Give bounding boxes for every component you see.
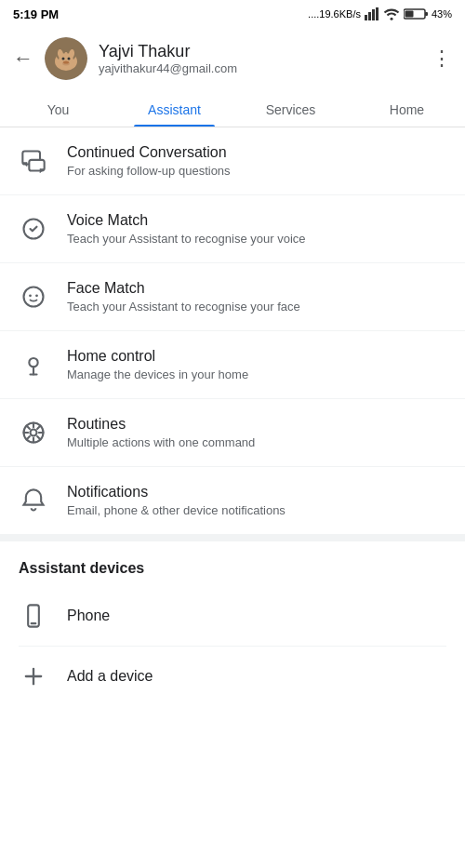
user-email: yajvithakur44@gmail.com [99, 61, 420, 75]
battery-icon [404, 7, 428, 20]
svg-point-22 [29, 294, 32, 297]
routines-title: Routines [67, 416, 446, 433]
voice-icon [19, 214, 48, 244]
routines-text: Routines Multiple actions with one comma… [67, 416, 446, 449]
network-speed: ....19.6KB/s [308, 8, 361, 20]
add-icon [19, 661, 48, 691]
voice-match-desc: Teach your Assistant to recognise your v… [67, 232, 446, 246]
tabs-bar: You Assistant Services Home [0, 89, 465, 127]
signal-icon [365, 7, 379, 20]
svg-rect-5 [425, 12, 428, 16]
svg-point-13 [59, 53, 73, 68]
svg-point-23 [35, 294, 38, 297]
home-control-title: Home control [67, 348, 446, 365]
settings-list: Continued Conversation For asking follow… [0, 127, 465, 534]
battery-percent: 43% [432, 8, 452, 20]
settings-item-face-match[interactable]: Face Match Teach your Assistant to recog… [0, 263, 465, 331]
more-options-button[interactable]: ⋮ [432, 47, 452, 71]
face-match-text: Face Match Teach your Assistant to recog… [67, 280, 446, 314]
settings-item-notifications[interactable]: Notifications Email, phone & other devic… [0, 467, 465, 534]
svg-line-33 [37, 426, 40, 429]
device-item-phone[interactable]: Phone [19, 586, 446, 647]
continued-conversation-text: Continued Conversation For asking follow… [67, 144, 446, 178]
settings-item-continued-conversation[interactable]: Continued Conversation For asking follow… [0, 127, 465, 195]
home-control-icon [19, 350, 48, 380]
voice-match-text: Voice Match Teach your Assistant to reco… [67, 212, 446, 246]
home-control-desc: Manage the devices in your home [67, 367, 446, 381]
section-divider [0, 534, 465, 541]
tab-you[interactable]: You [0, 89, 116, 127]
svg-point-17 [63, 61, 69, 64]
svg-rect-2 [372, 9, 375, 20]
back-button[interactable]: ← [13, 47, 33, 71]
face-match-desc: Teach your Assistant to recognise your f… [67, 300, 446, 314]
svg-rect-3 [376, 7, 379, 20]
settings-item-routines[interactable]: Routines Multiple actions with one comma… [0, 399, 465, 467]
bell-icon [19, 486, 48, 515]
svg-line-31 [27, 426, 30, 429]
devices-section: Assistant devices Phone Add a device [0, 541, 465, 715]
routines-icon [19, 418, 48, 447]
svg-rect-0 [365, 15, 367, 20]
phone-icon [19, 601, 48, 631]
tab-home[interactable]: Home [349, 89, 465, 127]
status-time: 5:19 PM [13, 7, 59, 21]
notifications-desc: Email, phone & other device notification… [67, 503, 446, 517]
settings-item-voice-match[interactable]: Voice Match Teach your Assistant to reco… [0, 195, 465, 263]
settings-item-home-control[interactable]: Home control Manage the devices in your … [0, 331, 465, 399]
home-control-text: Home control Manage the devices in your … [67, 348, 446, 381]
svg-point-15 [62, 58, 65, 60]
svg-point-26 [31, 430, 37, 436]
user-info: Yajvi Thakur yajvithakur44@gmail.com [99, 42, 420, 75]
device-item-add[interactable]: Add a device [19, 647, 446, 706]
svg-line-32 [37, 436, 40, 439]
svg-point-21 [24, 287, 44, 307]
wifi-icon [383, 7, 400, 20]
user-name: Yajvi Thakur [99, 42, 420, 61]
svg-point-24 [29, 358, 37, 367]
notifications-text: Notifications Email, phone & other devic… [67, 484, 446, 517]
continued-conversation-title: Continued Conversation [67, 144, 446, 161]
device-add-label: Add a device [67, 668, 153, 685]
face-match-title: Face Match [67, 280, 446, 297]
notifications-title: Notifications [67, 484, 446, 501]
status-icons: ....19.6KB/s 43% [308, 7, 452, 20]
chat-icon [19, 146, 48, 176]
svg-line-34 [27, 436, 30, 439]
svg-rect-6 [405, 11, 413, 18]
tab-services[interactable]: Services [232, 89, 349, 127]
voice-match-title: Voice Match [67, 212, 446, 229]
face-icon [19, 282, 48, 312]
devices-section-title: Assistant devices [19, 560, 446, 577]
routines-desc: Multiple actions with one command [67, 435, 446, 449]
tab-assistant[interactable]: Assistant [116, 89, 232, 127]
svg-rect-1 [368, 12, 371, 20]
device-phone-label: Phone [67, 608, 110, 624]
continued-conversation-desc: For asking follow-up questions [67, 164, 446, 178]
header: ← Yajvi Thakur yajvithakur44@gmail.com ⋮ [0, 28, 465, 89]
status-bar: 5:19 PM ....19.6KB/s 43% [0, 0, 465, 28]
svg-point-16 [68, 58, 71, 60]
avatar [45, 37, 87, 80]
